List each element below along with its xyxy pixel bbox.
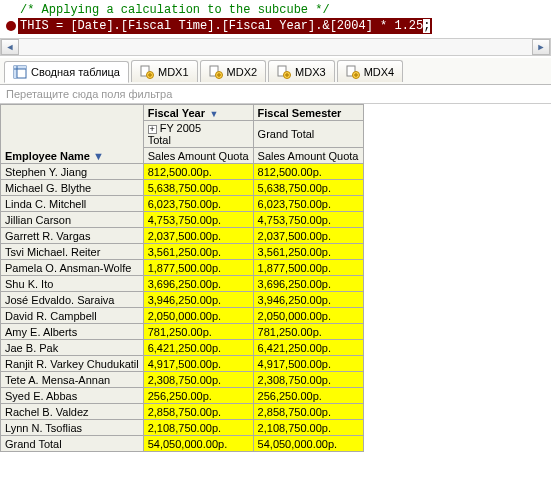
- table-row: José Edvaldo. Saraiva3,946,250.00р.3,946…: [1, 292, 364, 308]
- grand-total-v2: 54,050,000.00р.: [253, 436, 363, 452]
- row-employee[interactable]: Jae B. Pak: [1, 340, 144, 356]
- row-employee[interactable]: Garrett R. Vargas: [1, 228, 144, 244]
- tab-bar: Сводная таблица MDX1 MDX2 MDX3 MDX4: [0, 58, 551, 85]
- cell-value: 3,696,250.00р.: [143, 276, 253, 292]
- pivot-table: Employee Name ▼ Fiscal Year ▼ Fiscal Sem…: [0, 104, 364, 452]
- fy2005-header[interactable]: +FY 2005Total: [143, 121, 253, 148]
- row-employee[interactable]: Michael G. Blythe: [1, 180, 144, 196]
- tab-label: MDX4: [364, 66, 395, 78]
- row-employee[interactable]: Ranjit R. Varkey Chudukatil: [1, 356, 144, 372]
- cell-value: 2,308,750.00р.: [253, 372, 363, 388]
- row-employee[interactable]: Tete A. Mensa-Annan: [1, 372, 144, 388]
- svg-rect-16: [285, 74, 289, 75]
- dropdown-icon[interactable]: ▼: [207, 109, 218, 119]
- cell-value: 781,250.00р.: [253, 324, 363, 340]
- cell-value: 812,500.00р.: [253, 164, 363, 180]
- code-comment: /* Applying a calculation to the subcube…: [4, 2, 547, 18]
- sales-quota-header-2: Sales Amount Quota: [253, 148, 363, 164]
- table-row: Syed E. Abbas256,250.00р.256,250.00р.: [1, 388, 364, 404]
- cell-value: 5,638,750.00р.: [253, 180, 363, 196]
- cell-value: 2,308,750.00р.: [143, 372, 253, 388]
- cell-value: 256,250.00р.: [253, 388, 363, 404]
- cell-value: 2,037,500.00р.: [143, 228, 253, 244]
- tab-mdx4[interactable]: MDX4: [337, 60, 404, 82]
- tab-mdx2[interactable]: MDX2: [200, 60, 267, 82]
- cell-value: 4,753,750.00р.: [253, 212, 363, 228]
- svg-rect-20: [354, 74, 358, 75]
- filter-drop-area[interactable]: Перетащите сюда поля фильтра: [0, 85, 551, 104]
- svg-rect-12: [217, 74, 221, 75]
- table-row: Lynn N. Tsoflias2,108,750.00р.2,108,750.…: [1, 420, 364, 436]
- table-row: Shu K. Ito3,696,250.00р.3,696,250.00р.: [1, 276, 364, 292]
- cell-value: 6,023,750.00р.: [143, 196, 253, 212]
- cell-value: 4,917,500.00р.: [253, 356, 363, 372]
- tab-mdx1[interactable]: MDX1: [131, 60, 198, 82]
- tab-label: MDX1: [158, 66, 189, 78]
- row-employee[interactable]: Tsvi Michael. Reiter: [1, 244, 144, 260]
- row-employee[interactable]: Stephen Y. Jiang: [1, 164, 144, 180]
- pivot-table-icon: [13, 65, 27, 79]
- row-employee[interactable]: Pamela O. Ansman-Wolfe: [1, 260, 144, 276]
- mdx-icon: [209, 65, 223, 79]
- scroll-left-button[interactable]: ◄: [1, 39, 19, 55]
- row-employee[interactable]: Lynn N. Tsoflias: [1, 420, 144, 436]
- mdx-icon: [346, 65, 360, 79]
- grand-total-col-header: Grand Total: [253, 121, 363, 148]
- cell-value: 6,023,750.00р.: [253, 196, 363, 212]
- cell-value: 2,037,500.00р.: [253, 228, 363, 244]
- cell-value: 2,108,750.00р.: [253, 420, 363, 436]
- row-employee[interactable]: Jillian Carson: [1, 212, 144, 228]
- table-row: Jillian Carson4,753,750.00р.4,753,750.00…: [1, 212, 364, 228]
- cell-value: 2,108,750.00р.: [143, 420, 253, 436]
- cell-value: 3,561,250.00р.: [143, 244, 253, 260]
- cell-value: 3,561,250.00р.: [253, 244, 363, 260]
- tab-pivot[interactable]: Сводная таблица: [4, 61, 129, 83]
- tab-mdx3[interactable]: MDX3: [268, 60, 335, 82]
- table-row: Ranjit R. Varkey Chudukatil4,917,500.00р…: [1, 356, 364, 372]
- sales-quota-header-1: Sales Amount Quota: [143, 148, 253, 164]
- employee-header[interactable]: Employee Name: [5, 150, 90, 162]
- cell-value: 1,877,500.00р.: [253, 260, 363, 276]
- cell-value: 2,050,000.00р.: [143, 308, 253, 324]
- table-row: Linda C. Mitchell6,023,750.00р.6,023,750…: [1, 196, 364, 212]
- tab-label: MDX3: [295, 66, 326, 78]
- row-employee[interactable]: Rachel B. Valdez: [1, 404, 144, 420]
- grand-total-v1: 54,050,000.00р.: [143, 436, 253, 452]
- code-statement[interactable]: THIS = [Date].[Fiscal Time].[Fiscal Year…: [18, 18, 432, 34]
- cell-value: 2,050,000.00р.: [253, 308, 363, 324]
- cell-value: 2,858,750.00р.: [253, 404, 363, 420]
- fiscal-year-header[interactable]: Fiscal Year ▼: [143, 105, 253, 121]
- table-row: Pamela O. Ansman-Wolfe1,877,500.00р.1,87…: [1, 260, 364, 276]
- table-row: Garrett R. Vargas2,037,500.00р.2,037,500…: [1, 228, 364, 244]
- pivot-table-container: Employee Name ▼ Fiscal Year ▼ Fiscal Sem…: [0, 104, 551, 452]
- table-row: Amy E. Alberts781,250.00р.781,250.00р.: [1, 324, 364, 340]
- row-employee[interactable]: Syed E. Abbas: [1, 388, 144, 404]
- cell-value: 1,877,500.00р.: [143, 260, 253, 276]
- row-employee[interactable]: José Edvaldo. Saraiva: [1, 292, 144, 308]
- row-employee[interactable]: Shu K. Ito: [1, 276, 144, 292]
- cell-value: 6,421,250.00р.: [143, 340, 253, 356]
- row-employee[interactable]: Amy E. Alberts: [1, 324, 144, 340]
- row-employee[interactable]: David R. Campbell: [1, 308, 144, 324]
- cell-value: 3,696,250.00р.: [253, 276, 363, 292]
- cell-value: 781,250.00р.: [143, 324, 253, 340]
- code-editor[interactable]: /* Applying a calculation to the subcube…: [0, 0, 551, 36]
- table-row: Tsvi Michael. Reiter3,561,250.00р.3,561,…: [1, 244, 364, 260]
- cell-value: 256,250.00р.: [143, 388, 253, 404]
- tab-label: MDX2: [227, 66, 258, 78]
- row-employee[interactable]: Linda C. Mitchell: [1, 196, 144, 212]
- dropdown-icon[interactable]: ▼: [90, 150, 104, 162]
- breakpoint-icon[interactable]: [6, 21, 16, 31]
- cell-value: 3,946,250.00р.: [253, 292, 363, 308]
- expand-icon[interactable]: +: [148, 125, 157, 134]
- cell-value: 3,946,250.00р.: [143, 292, 253, 308]
- horizontal-scrollbar[interactable]: ◄ ►: [0, 38, 551, 56]
- table-row: Tete A. Mensa-Annan2,308,750.00р.2,308,7…: [1, 372, 364, 388]
- scroll-track[interactable]: [19, 39, 532, 55]
- cell-value: 4,917,500.00р.: [143, 356, 253, 372]
- fiscal-semester-header[interactable]: Fiscal Semester: [253, 105, 363, 121]
- grand-total-row: Grand Total 54,050,000.00р. 54,050,000.0…: [1, 436, 364, 452]
- scroll-right-button[interactable]: ►: [532, 39, 550, 55]
- cell-value: 2,858,750.00р.: [143, 404, 253, 420]
- table-row: Jae B. Pak6,421,250.00р.6,421,250.00р.: [1, 340, 364, 356]
